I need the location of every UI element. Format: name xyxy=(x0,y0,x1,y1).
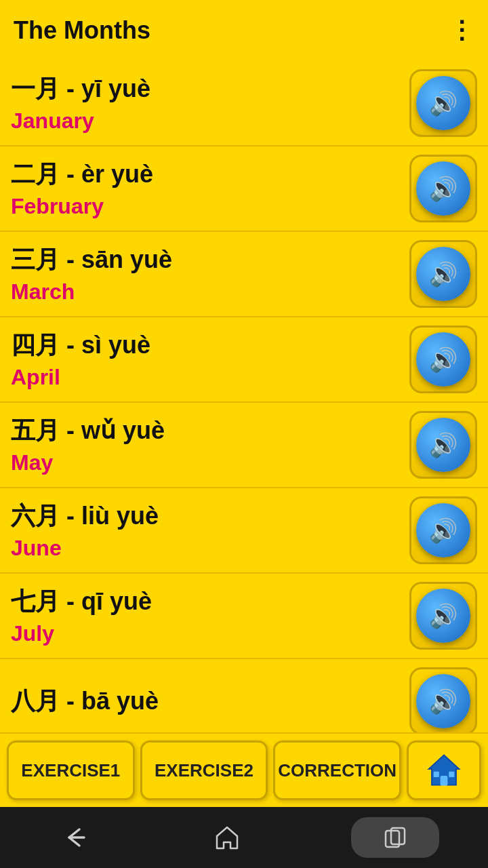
speaker-icon-0: 🔊 xyxy=(429,90,458,117)
month-english-0: January xyxy=(11,108,150,134)
month-row-partial: 八月 - bā yuè 🔊 xyxy=(0,659,488,732)
sound-circle-4: 🔊 xyxy=(416,418,470,472)
speaker-icon-partial: 🔊 xyxy=(429,688,458,715)
month-english-2: March xyxy=(11,279,172,304)
month-chinese-2: 三月 - sān yuè xyxy=(11,243,172,277)
exercise2-button[interactable]: EXERCISE2 xyxy=(140,741,268,800)
month-text-6: 七月 - qī yuè July xyxy=(11,585,152,646)
correction-button[interactable]: CORRECTION xyxy=(273,741,401,800)
month-text-3: 四月 - sì yuè April xyxy=(11,329,150,390)
month-text-5: 六月 - liù yuè June xyxy=(11,500,159,561)
sound-circle-0: 🔊 xyxy=(416,76,470,130)
sound-button-2[interactable]: 🔊 xyxy=(409,240,477,308)
month-english-3: April xyxy=(11,365,150,390)
nav-bar xyxy=(0,807,488,868)
month-chinese-0: 一月 - yī yuè xyxy=(11,73,150,106)
month-chinese-5: 六月 - liù yuè xyxy=(11,500,159,533)
home-nav-icon xyxy=(214,824,241,851)
home-button[interactable] xyxy=(407,741,481,800)
month-row: 二月 - èr yuè February 🔊 xyxy=(0,146,488,232)
sound-circle-1: 🔊 xyxy=(416,161,470,216)
month-chinese-6: 七月 - qī yuè xyxy=(11,585,152,618)
month-chinese-4: 五月 - wǔ yuè xyxy=(11,414,165,448)
sound-circle-2: 🔊 xyxy=(416,247,470,301)
month-english-6: July xyxy=(11,621,152,646)
sound-circle-6: 🔊 xyxy=(416,589,470,643)
back-nav-button[interactable] xyxy=(49,817,103,858)
sound-circle-partial: 🔊 xyxy=(416,674,470,728)
month-text-1: 二月 - èr yuè February xyxy=(11,158,153,219)
sound-button-partial[interactable]: 🔊 xyxy=(409,667,477,732)
svg-rect-3 xyxy=(449,772,454,777)
month-text-4: 五月 - wǔ yuè May xyxy=(11,414,165,475)
sound-button-6[interactable]: 🔊 xyxy=(409,582,477,650)
month-chinese-3: 四月 - sì yuè xyxy=(11,329,150,362)
month-row: 七月 - qī yuè July 🔊 xyxy=(0,574,488,659)
recents-nav-button[interactable] xyxy=(351,817,439,858)
month-english-5: June xyxy=(11,536,159,561)
header-title: The Months xyxy=(14,16,150,45)
speaker-icon-1: 🔊 xyxy=(429,175,458,202)
months-list: 一月 - yī yuè January 🔊 二月 - èr yuè Februa… xyxy=(0,61,488,732)
speaker-icon-3: 🔊 xyxy=(429,346,458,373)
menu-button[interactable]: ⋮ xyxy=(449,16,474,45)
home-nav-button[interactable] xyxy=(200,817,254,858)
sound-circle-3: 🔊 xyxy=(416,332,470,387)
speaker-icon-2: 🔊 xyxy=(429,260,458,288)
recents-icon xyxy=(383,825,407,850)
back-icon xyxy=(62,824,89,851)
month-text-0: 一月 - yī yuè January xyxy=(11,73,150,134)
sound-button-4[interactable]: 🔊 xyxy=(409,411,477,479)
speaker-icon-4: 🔊 xyxy=(429,431,458,458)
month-row: 一月 - yī yuè January 🔊 xyxy=(0,61,488,146)
header: The Months ⋮ xyxy=(0,0,488,61)
svg-rect-1 xyxy=(441,776,448,785)
sound-button-1[interactable]: 🔊 xyxy=(409,155,477,222)
month-row: 五月 - wǔ yuè May 🔊 xyxy=(0,403,488,488)
speaker-icon-5: 🔊 xyxy=(429,517,458,544)
month-row: 三月 - sān yuè March 🔊 xyxy=(0,232,488,317)
sound-circle-5: 🔊 xyxy=(416,503,470,557)
month-english-1: February xyxy=(11,194,153,219)
speaker-icon-6: 🔊 xyxy=(429,602,458,629)
sound-button-3[interactable]: 🔊 xyxy=(409,326,477,393)
month-text-2: 三月 - sān yuè March xyxy=(11,243,172,304)
month-row: 六月 - liù yuè June 🔊 xyxy=(0,488,488,574)
exercise1-button[interactable]: EXERCISE1 xyxy=(7,741,135,800)
month-row: 四月 - sì yuè April 🔊 xyxy=(0,317,488,403)
month-chinese-partial: 八月 - bā yuè xyxy=(11,685,159,718)
home-icon xyxy=(426,752,462,789)
sound-button-0[interactable]: 🔊 xyxy=(409,69,477,137)
svg-rect-2 xyxy=(434,772,439,777)
month-chinese-1: 二月 - èr yuè xyxy=(11,158,153,191)
bottom-bar: EXERCISE1 EXERCISE2 CORRECTION xyxy=(0,732,488,807)
sound-button-5[interactable]: 🔊 xyxy=(409,496,477,564)
month-english-4: May xyxy=(11,450,165,475)
